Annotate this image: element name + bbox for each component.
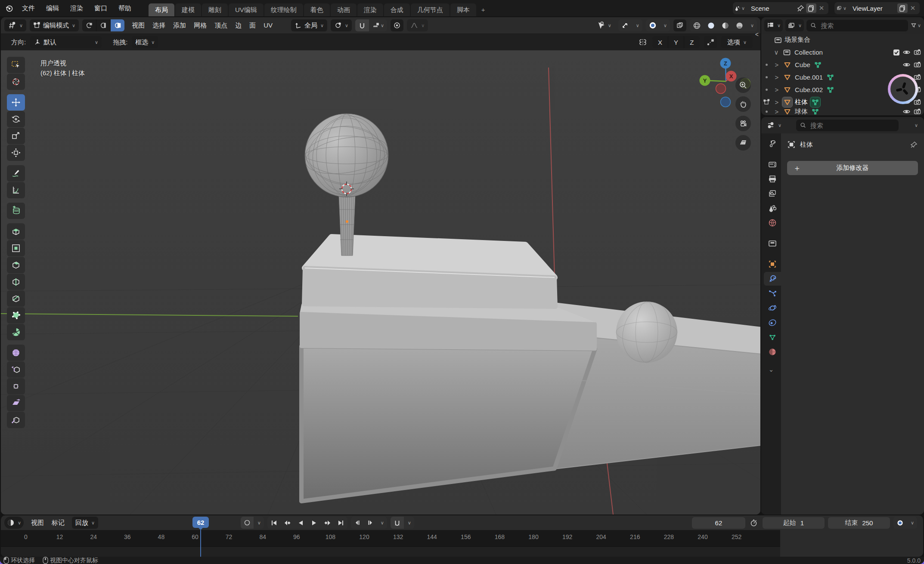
tool-inset-button[interactable] [7, 240, 25, 256]
workspace-tab-合成[interactable]: 合成 [384, 3, 410, 16]
expander-icon[interactable]: > [774, 86, 780, 93]
viewport-menu-选择[interactable]: 选择 [149, 22, 169, 30]
tool-options-dropdown[interactable]: 选项∨ [721, 36, 753, 48]
outliner-search-input[interactable] [820, 22, 904, 30]
outliner-item-name[interactable]: 球体 [795, 108, 808, 114]
transform-orientation-button[interactable]: 全局∨ [291, 19, 327, 31]
collection-checkbox[interactable] [893, 49, 900, 56]
viewport-menu-视图[interactable]: 视图 [128, 22, 149, 30]
tool-bevel-button[interactable] [7, 257, 25, 273]
tool-cursor-button[interactable] [7, 74, 25, 90]
expander-icon[interactable]: ∨ [773, 49, 779, 56]
mirror-axis-x[interactable]: X [652, 36, 668, 48]
shading-rendered-icon[interactable] [732, 19, 747, 31]
properties-tab-data[interactable] [764, 330, 781, 344]
scene-collection-row[interactable]: 场景集合 [761, 34, 924, 46]
tool-move-button[interactable] [7, 94, 25, 111]
properties-tab-constraints[interactable] [764, 316, 781, 330]
topbar-menu-编辑[interactable]: 编辑 [40, 0, 65, 16]
jump-to-end-icon[interactable] [334, 517, 347, 529]
viewlayer-browse-icon[interactable]: ∨ [836, 3, 846, 13]
properties-tab-object[interactable] [764, 257, 781, 271]
properties-tab-render[interactable] [764, 157, 781, 171]
disable-render-icon[interactable] [913, 48, 921, 56]
toggle-ortho-icon[interactable] [735, 135, 751, 151]
orientation-setting-dropdown[interactable]: 默认 ∨ [30, 36, 102, 48]
overlays-dropdown[interactable]: ∨ [660, 19, 670, 31]
timeline-overlays-icon[interactable] [893, 517, 907, 529]
mirror-axis-y[interactable]: Y [668, 36, 684, 48]
viewport-menu-UV[interactable]: UV [260, 22, 276, 30]
editor-type-button[interactable]: ∨ [4, 19, 26, 31]
auto-keyframe-icon[interactable] [241, 517, 254, 529]
new-viewlayer-icon[interactable] [897, 3, 908, 13]
vertex-select-icon[interactable] [82, 19, 96, 31]
properties-tab-tool[interactable] [764, 137, 781, 151]
properties-search[interactable] [796, 120, 899, 131]
viewport-menu-边[interactable]: 边 [231, 22, 245, 30]
expander-icon[interactable]: > [774, 61, 780, 68]
topbar-menu-渲染[interactable]: 渲染 [65, 0, 89, 16]
outliner-item-name[interactable]: 柱体 [795, 98, 808, 106]
topbar-menu-帮助[interactable]: 帮助 [113, 0, 137, 16]
properties-tabs-more-chevron[interactable]: ⌄ [769, 366, 774, 373]
shading-wireframe-icon[interactable] [690, 19, 704, 31]
tool-knife-button[interactable] [7, 290, 25, 307]
snap-target-button[interactable]: ∨ [369, 19, 387, 31]
properties-tab-viewlayer[interactable] [764, 187, 781, 200]
timeline-snap-chevron[interactable]: ∨ [404, 517, 414, 529]
start-frame-field[interactable]: 起始 1 [763, 517, 825, 529]
tool-scale-button[interactable] [7, 128, 25, 144]
disable-render-icon[interactable] [913, 108, 921, 114]
new-scene-icon[interactable] [806, 3, 816, 13]
cylinder-object[interactable] [339, 196, 355, 256]
gizmos-dropdown[interactable]: ∨ [632, 19, 642, 31]
overlays-toggle-icon[interactable] [646, 19, 660, 31]
workspace-tab-渲染[interactable]: 渲染 [357, 3, 383, 16]
tool-extrude-button[interactable] [7, 223, 25, 240]
topbar-menu-文件[interactable]: 文件 [16, 0, 40, 16]
disable-render-icon[interactable] [913, 98, 921, 106]
expander-icon[interactable]: > [774, 74, 780, 81]
face-select-icon[interactable] [111, 19, 124, 31]
tool-poly-build-button[interactable] [7, 307, 25, 324]
hide-viewport-icon[interactable] [902, 108, 911, 114]
properties-tab-scene[interactable] [764, 201, 781, 215]
tool-select-box-button[interactable] [7, 57, 25, 73]
shading-dropdown[interactable]: ∨ [747, 19, 757, 31]
topbar-menu-窗口[interactable]: 窗口 [89, 0, 113, 16]
viewport-menu-面[interactable]: 面 [245, 22, 260, 30]
next-keyframe-icon[interactable] [321, 517, 334, 529]
prev-keyframe-icon[interactable] [281, 517, 294, 529]
shading-solid-icon[interactable] [704, 19, 718, 31]
workspace-tab-几何节点[interactable]: 几何节点 [411, 3, 450, 16]
pin-icon[interactable] [796, 3, 806, 13]
viewlayer-name[interactable]: ViewLayer [846, 5, 897, 12]
outliner-row-Collection[interactable]: ∨Collection [761, 46, 924, 59]
tool-transform-button[interactable] [7, 145, 25, 161]
step-options-chevron[interactable]: ∨ [377, 517, 387, 529]
tool-add-primitive-button[interactable] [7, 203, 25, 219]
properties-tab-particles[interactable] [764, 287, 781, 300]
timeline-overlays-chevron[interactable]: ∨ [907, 517, 917, 529]
workspace-tab-建模[interactable]: 建模 [175, 3, 201, 16]
tool-shrink-fatten-button[interactable] [7, 378, 25, 394]
outliner-row-球体[interactable]: >球体 [761, 108, 924, 114]
sidebar-collapse-icon[interactable]: < [755, 31, 759, 38]
viewport-menu-顶点[interactable]: 顶点 [211, 22, 231, 30]
timeline-channels[interactable] [1, 546, 780, 557]
gizmos-toggle-icon[interactable] [618, 19, 632, 31]
timeline-snap-icon[interactable] [391, 517, 404, 529]
small-sphere[interactable] [616, 302, 677, 363]
properties-tab-output[interactable] [764, 172, 781, 186]
disable-render-icon[interactable] [913, 61, 921, 69]
edge-select-icon[interactable] [96, 19, 111, 31]
tool-rotate-button[interactable] [7, 111, 25, 127]
expander-icon[interactable]: > [774, 99, 780, 106]
outliner-funnel-icon[interactable]: ∨ [911, 21, 921, 30]
tool-spin-button[interactable] [7, 324, 25, 340]
jump-to-start-icon[interactable] [267, 517, 281, 529]
pivot-point-button[interactable]: ∨ [331, 19, 352, 31]
workspace-tab-雕刻[interactable]: 雕刻 [202, 3, 228, 16]
properties-tab-material[interactable] [764, 345, 781, 359]
